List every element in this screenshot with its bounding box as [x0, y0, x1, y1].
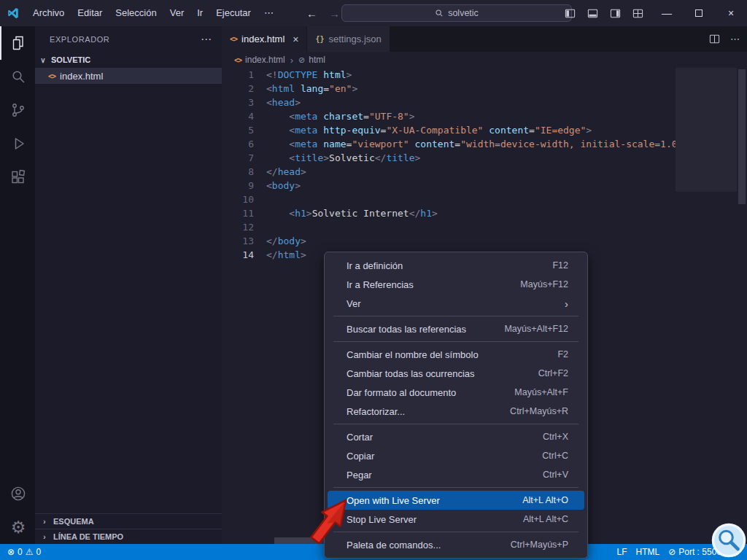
toggle-sidebar-icon[interactable] — [565, 8, 576, 19]
split-editor-icon[interactable] — [709, 34, 720, 44]
vertical-scrollbar[interactable] — [737, 68, 747, 544]
menubar-item-[interactable]: ⋯ — [258, 4, 280, 23]
menu-item-label: Cambiar todas las ocurrencias — [347, 368, 475, 379]
tab-settings-json[interactable]: {}settings.json — [307, 26, 390, 52]
menu-item-buscar-todas-las-referencias[interactable]: Buscar todas las referenciasMayús+Alt+F1… — [328, 319, 584, 338]
layout-controls — [565, 0, 643, 26]
code-text: <html lang="en"> — [266, 82, 357, 96]
activity-explorer-icon[interactable] — [0, 26, 35, 60]
menu-item-open-with-live-server[interactable]: Open with Live ServerAlt+L Alt+O — [328, 491, 584, 510]
close-icon[interactable]: × — [293, 34, 298, 45]
menu-item-refactorizar[interactable]: Refactorizar...Ctrl+Mayús+R — [328, 402, 584, 421]
menubar-item-ir[interactable]: Ir — [190, 4, 209, 23]
menu-item-ir-a-referencias[interactable]: Ir a ReferenciasMayús+F12 — [328, 275, 584, 294]
code-text: </html> — [266, 248, 306, 262]
activity-accounts-icon[interactable] — [0, 477, 35, 510]
activity-settings-gear-icon[interactable]: ⚙ — [0, 510, 35, 544]
activity-source-control-icon[interactable] — [0, 93, 35, 127]
menu-item-label: Cortar — [347, 432, 373, 443]
toggle-panel-icon[interactable] — [587, 8, 598, 19]
tab-bar: <>index.html×{}settings.json — [222, 26, 747, 52]
sidebar-section-l-nea-de-tiempo[interactable]: ›LÍNEA DE TIEMPO — [35, 529, 222, 544]
menubar-item-selecci-n[interactable]: Selección — [109, 4, 163, 23]
code-line: 12 — [222, 220, 747, 234]
menubar-item-ejecutar[interactable]: Ejecutar — [209, 4, 258, 23]
toggle-secondary-sidebar-icon[interactable] — [610, 8, 621, 19]
menu-item-shortcut: Ctrl+C — [542, 451, 568, 461]
menu-item-cambiar-el-nombre-del-s-mbolo[interactable]: Cambiar el nombre del símboloF2 — [328, 345, 584, 364]
menu-separator — [333, 532, 578, 532]
menu-item-ir-a-definici-n[interactable]: Ir a definiciónF12 — [328, 256, 584, 275]
back-arrow-icon[interactable]: ← — [306, 7, 317, 20]
menu-item-shortcut: Ctrl+X — [543, 432, 568, 442]
code-line: 10 — [222, 192, 747, 206]
line-number: 9 — [222, 179, 254, 192]
code-line: 8</head> — [222, 165, 747, 179]
menubar-item-archivo[interactable]: Archivo — [26, 4, 71, 23]
minimap[interactable] — [676, 68, 737, 544]
line-number: 7 — [222, 151, 254, 165]
forward-arrow-icon[interactable]: → — [329, 7, 340, 20]
maximize-icon — [695, 9, 703, 17]
code-line: 11 <h1>Solvetic Internet</h1> — [222, 206, 747, 220]
minimize-button[interactable]: — — [651, 0, 683, 26]
code-text: </body> — [266, 234, 306, 248]
menu-item-label: Pegar — [347, 470, 372, 481]
menu-item-copiar[interactable]: CopiarCtrl+C — [328, 446, 584, 465]
problems-indicator[interactable]: ⊗ 0 ⚠ 0 — [7, 547, 41, 557]
menu-item-stop-live-server[interactable]: Stop Live ServerAlt+L Alt+C — [328, 510, 584, 529]
activity-run-debug-icon[interactable] — [0, 127, 35, 160]
code-text: <!DOCTYPE html> — [266, 68, 352, 82]
sidebar-more-actions-icon[interactable]: ⋯ — [201, 33, 212, 46]
maximize-button[interactable] — [683, 0, 715, 26]
menu-item-shortcut: Alt+L Alt+C — [523, 514, 568, 524]
section-label: ESQUEMA — [53, 517, 94, 526]
html-file-icon: <> — [230, 35, 237, 43]
activity-search-icon[interactable] — [0, 60, 35, 93]
editor-more-actions-icon[interactable]: ⋯ — [730, 34, 740, 44]
close-button[interactable]: × — [715, 0, 747, 26]
menu-item-paleta-de-comandos[interactable]: Paleta de comandos...Ctrl+Mayús+P — [328, 535, 584, 554]
warning-icon: ⚠ — [26, 547, 34, 557]
menubar-item-ver[interactable]: Ver — [163, 4, 191, 23]
activity-extensions-icon[interactable] — [0, 160, 35, 194]
code-text: <body> — [266, 179, 301, 192]
breadcrumb-item-html[interactable]: ⊘html — [298, 55, 325, 65]
menu-item-pegar[interactable]: PegarCtrl+V — [328, 465, 584, 484]
code-line: 7 <title>Solvetic</title> — [222, 151, 747, 165]
menu-item-shortcut: Ctrl+F2 — [538, 368, 568, 378]
menu-item-label: Buscar todas las referencias — [347, 324, 466, 335]
menu-item-cortar[interactable]: CortarCtrl+X — [328, 427, 584, 446]
language-indicator[interactable]: HTML — [636, 547, 660, 557]
sidebar-section-esquema[interactable]: ›ESQUEMA — [35, 513, 222, 529]
eol-indicator[interactable]: LF — [617, 547, 627, 557]
vscode-logo-icon — [0, 7, 26, 20]
code-line: 3<head> — [222, 96, 747, 109]
customize-layout-icon[interactable] — [632, 8, 643, 19]
submenu-chevron-icon: › — [565, 298, 568, 310]
menu-item-label: Ir a definición — [347, 260, 403, 271]
tab-index-html[interactable]: <>index.html× — [222, 26, 307, 52]
code-line: 9<body> — [222, 179, 747, 192]
vscode-window: ArchivoEditarSelecciónVerIrEjecutar⋯ ← →… — [0, 0, 747, 560]
menu-item-cambiar-todas-las-ocurrencias[interactable]: Cambiar todas las ocurrenciasCtrl+F2 — [328, 364, 584, 383]
code-text: <meta charset="UTF-8"> — [266, 109, 415, 123]
menu-item-label: Refactorizar... — [347, 406, 405, 417]
menubar-item-editar[interactable]: Editar — [71, 4, 109, 23]
line-number: 14 — [222, 248, 254, 262]
breadcrumb-item-index-html[interactable]: <>index.html — [234, 55, 285, 65]
command-center-search[interactable]: solvetic — [341, 4, 572, 22]
line-number: 11 — [222, 206, 254, 220]
file-tree: <>index.html — [35, 68, 222, 84]
code-text: <head> — [266, 96, 301, 109]
status-left: ⊗ 0 ⚠ 0 — [7, 547, 41, 557]
menu-item-ver[interactable]: Ver› — [328, 294, 584, 313]
menu-separator — [333, 487, 578, 488]
workspace-folder-row[interactable]: ∨ SOLVETIC — [35, 52, 222, 68]
line-number: 6 — [222, 137, 254, 151]
html-file-icon: <> — [48, 72, 55, 80]
menu-item-dar-formato-al-documento[interactable]: Dar formato al documentoMayús+Alt+F — [328, 383, 584, 402]
line-number: 8 — [222, 165, 254, 179]
file-tree-item-index-html[interactable]: <>index.html — [35, 68, 222, 84]
vertical-scrollbar-thumb[interactable] — [738, 69, 746, 204]
